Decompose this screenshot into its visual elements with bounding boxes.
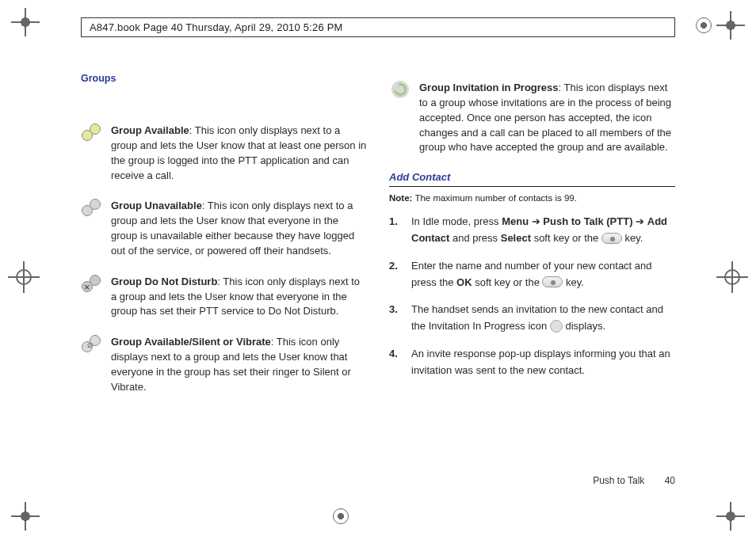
invitation-progress-icon xyxy=(550,320,563,333)
group-unavailable-text: Group Unavailable: This icon only displa… xyxy=(111,199,367,258)
group-silent-text: Group Available/Silent or Vibrate: This … xyxy=(111,335,367,394)
group-invite-progress-icon xyxy=(391,81,409,98)
group-unavailable-icon xyxy=(82,199,102,218)
group-dnd-icon: ✕ xyxy=(82,275,102,294)
group-invite-row: Group Invitation in Progress: This icon … xyxy=(389,81,675,155)
group-available-row: Group Available: This icon only displays… xyxy=(81,124,367,183)
group-available-icon xyxy=(82,124,102,143)
page-footer: Push to Talk 40 xyxy=(81,475,675,486)
crop-mark-top-left xyxy=(14,11,36,33)
right-column: Group Invitation in Progress: This icon … xyxy=(389,73,675,411)
step-3: The handset sends an invitation to the n… xyxy=(389,302,675,335)
steps-list: In Idle mode, press Menu ➔ Push to Talk … xyxy=(389,214,675,378)
crop-dot-bottom xyxy=(333,508,349,524)
page-header-bar: A847.book Page 40 Thursday, April 29, 20… xyxy=(81,17,675,37)
ok-key-icon xyxy=(542,276,563,287)
page-header-text: A847.book Page 40 Thursday, April 29, 20… xyxy=(90,21,343,33)
groups-heading: Groups xyxy=(81,73,367,84)
divider-line xyxy=(389,186,675,187)
left-column: Groups Group Available: This icon only d… xyxy=(81,73,367,411)
group-invite-text: Group Invitation in Progress: This icon … xyxy=(419,81,675,155)
group-dnd-row: ✕ Group Do Not Disturb: This icon only d… xyxy=(81,275,367,320)
group-silent-icon: ⌀ xyxy=(82,335,102,354)
crop-mark-mid-right xyxy=(716,261,748,293)
note-line: Note: The maximum number of contacts is … xyxy=(389,193,675,203)
group-dnd-text: Group Do Not Disturb: This icon only dis… xyxy=(111,275,367,320)
group-available-text: Group Available: This icon only displays… xyxy=(111,124,367,183)
group-silent-row: ⌀ Group Available/Silent or Vibrate: Thi… xyxy=(81,335,367,394)
crop-mark-bottom-right xyxy=(720,505,742,527)
crop-dot-top xyxy=(696,17,712,33)
crop-mark-top-right xyxy=(720,14,742,36)
crop-mark-bottom-left xyxy=(14,505,36,527)
ok-key-icon xyxy=(601,233,622,244)
step-4: An invite response pop-up displays infor… xyxy=(389,346,675,379)
step-2: Enter the name and number of your new co… xyxy=(389,258,675,291)
footer-section: Push to Talk xyxy=(593,475,644,486)
page-body: Groups Group Available: This icon only d… xyxy=(81,73,675,411)
step-1: In Idle mode, press Menu ➔ Push to Talk … xyxy=(389,214,675,247)
add-contact-heading: Add Contact xyxy=(389,171,675,183)
footer-page-number: 40 xyxy=(665,475,675,486)
crop-mark-mid-left xyxy=(8,261,40,293)
group-unavailable-row: Group Unavailable: This icon only displa… xyxy=(81,199,367,258)
